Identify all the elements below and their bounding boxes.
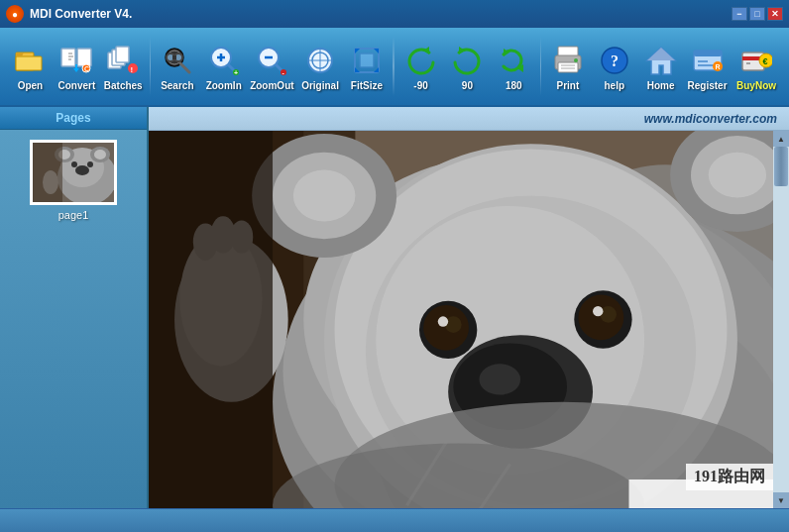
rotate-180-button[interactable]: 180 xyxy=(492,31,536,102)
svg-marker-45 xyxy=(374,67,379,72)
open-icon xyxy=(12,43,48,78)
svg-marker-47 xyxy=(459,47,465,54)
help-button[interactable]: ? help xyxy=(592,31,636,102)
content-header: www.mdiconverter.com xyxy=(149,107,789,131)
minimize-button[interactable]: − xyxy=(732,7,747,21)
original-label: Original xyxy=(301,80,339,91)
svg-point-79 xyxy=(75,165,89,175)
svg-text:R: R xyxy=(715,63,720,70)
svg-marker-43 xyxy=(374,49,379,53)
rotate-neg90-button[interactable]: -90 xyxy=(398,31,443,102)
original-icon xyxy=(302,43,338,78)
search-button[interactable]: Search xyxy=(155,31,199,102)
sep-2 xyxy=(393,37,394,96)
svg-point-80 xyxy=(71,161,77,167)
svg-marker-42 xyxy=(355,49,360,53)
image-container: 191路由网 ▲ ▼ xyxy=(149,131,789,508)
home-label: Home xyxy=(647,80,675,91)
rotate-180-label: 180 xyxy=(506,80,522,91)
buynow-button[interactable]: € BuyNow xyxy=(732,31,781,102)
zoomin-icon: + xyxy=(206,43,242,78)
svg-rect-52 xyxy=(558,62,578,72)
svg-text:?: ? xyxy=(611,53,619,69)
svg-marker-46 xyxy=(423,47,429,54)
rotate-90-label: 90 xyxy=(462,80,473,91)
svg-rect-24 xyxy=(172,55,176,59)
home-icon xyxy=(643,43,679,78)
svg-rect-4 xyxy=(77,49,91,66)
convert-icon: C xyxy=(58,43,94,78)
page-thumb-1[interactable]: page1 xyxy=(29,140,118,221)
scroll-track[interactable] xyxy=(773,147,789,492)
batches-icon: ! xyxy=(105,43,141,78)
zoomout-button[interactable]: - ZoomOut xyxy=(248,31,295,102)
svg-rect-9 xyxy=(75,64,77,69)
scroll-down-arrow[interactable]: ▼ xyxy=(773,492,789,508)
open-label: Open xyxy=(18,80,44,91)
zoomout-icon: - xyxy=(254,43,289,78)
print-label: Print xyxy=(557,80,580,91)
home-button[interactable]: Home xyxy=(638,31,683,102)
zoomin-label: ZoomIn xyxy=(206,80,242,91)
svg-text:!: ! xyxy=(131,64,134,73)
svg-text:€: € xyxy=(763,55,768,65)
batches-label: Batches xyxy=(104,80,143,91)
fitsize-icon xyxy=(349,43,385,78)
register-icon: R xyxy=(690,43,726,78)
buynow-icon: € xyxy=(738,43,774,78)
register-label: Register xyxy=(688,80,728,91)
zoomin-button[interactable]: + ZoomIn xyxy=(201,31,246,102)
toolbar: Open C Convert ! xyxy=(0,28,789,107)
pages-header: Pages xyxy=(0,107,147,130)
fitsize-label: FitSize xyxy=(351,80,383,91)
title-bar: ● MDI Converter V4. − □ ✕ xyxy=(0,0,789,28)
rotate-180-icon xyxy=(496,43,531,78)
print-icon xyxy=(550,43,586,78)
pages-list: page1 xyxy=(0,130,147,508)
thumb-image-1 xyxy=(30,140,117,205)
svg-point-106 xyxy=(593,306,603,316)
close-button[interactable]: ✕ xyxy=(767,7,783,21)
rotate-90-icon xyxy=(449,43,485,78)
rotate-neg90-label: -90 xyxy=(413,80,427,91)
window-controls: − □ ✕ xyxy=(732,7,783,21)
svg-text:C: C xyxy=(84,65,89,72)
register-button[interactable]: R Register xyxy=(685,31,730,102)
print-button[interactable]: Print xyxy=(545,31,590,102)
svg-rect-61 xyxy=(694,51,722,56)
svg-line-19 xyxy=(180,63,189,72)
svg-point-98 xyxy=(479,364,520,394)
help-icon: ? xyxy=(597,43,632,78)
website-text: www.mdiconverter.com xyxy=(644,112,777,126)
svg-rect-120 xyxy=(149,131,273,508)
svg-marker-59 xyxy=(647,48,675,60)
original-button[interactable]: Original xyxy=(298,31,343,102)
convert-label: Convert xyxy=(57,80,95,91)
search-label: Search xyxy=(161,80,193,91)
watermark: 191路由网 xyxy=(686,464,773,490)
status-bar xyxy=(0,508,789,532)
zoomout-label: ZoomOut xyxy=(250,80,293,91)
open-button[interactable]: Open xyxy=(8,31,53,102)
rotate-90-button[interactable]: 90 xyxy=(445,31,490,102)
svg-point-78 xyxy=(94,150,106,160)
fitsize-button[interactable]: FitSize xyxy=(344,31,389,102)
main-area: Pages xyxy=(0,107,789,508)
maximize-button[interactable]: □ xyxy=(749,7,765,21)
svg-point-109 xyxy=(293,169,356,221)
scrollbar[interactable]: ▲ ▼ xyxy=(773,131,789,508)
svg-rect-3 xyxy=(61,49,75,66)
scroll-thumb[interactable] xyxy=(774,147,788,186)
svg-rect-1 xyxy=(16,56,42,70)
search-icon xyxy=(160,43,195,78)
help-label: help xyxy=(605,80,625,91)
svg-marker-44 xyxy=(355,67,360,72)
svg-rect-14 xyxy=(116,47,129,62)
convert-button[interactable]: C Convert xyxy=(55,31,99,102)
scroll-up-arrow[interactable]: ▲ xyxy=(773,131,789,147)
pages-panel: Pages xyxy=(0,107,149,508)
svg-point-53 xyxy=(574,58,578,62)
batches-button[interactable]: ! Batches xyxy=(101,31,146,102)
svg-point-105 xyxy=(438,316,448,326)
svg-point-112 xyxy=(709,153,766,198)
